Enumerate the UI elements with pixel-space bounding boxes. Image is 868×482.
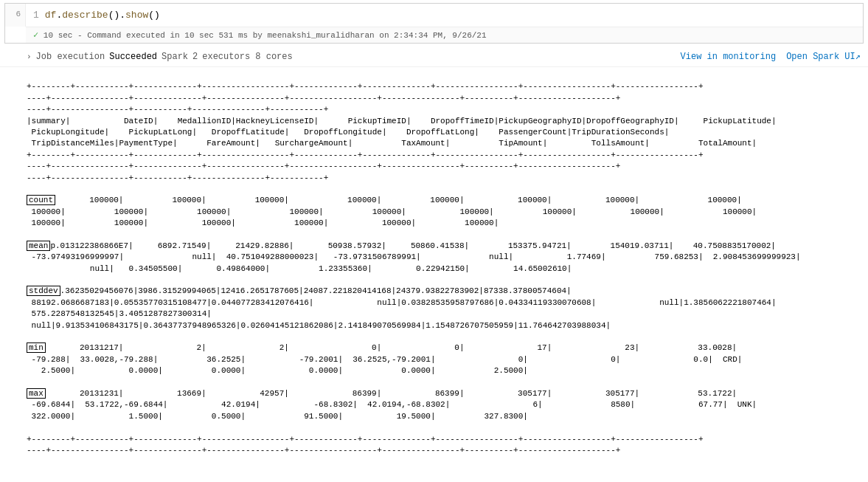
output-area: +--------+-----------+-------------+----… (0, 67, 868, 459)
count-label: count (27, 195, 55, 205)
code-section: 6 1df.describe().show() (5, 4, 863, 27)
spark-label: Spark (162, 52, 188, 62)
max-label: max (27, 388, 46, 399)
spark-executors: 2 (192, 52, 198, 62)
mean-label: mean (27, 241, 50, 251)
code-content: 1df.describe().show() (26, 4, 167, 27)
expand-arrow[interactable]: › (27, 52, 32, 61)
view-monitoring-link[interactable]: View in monitoring (681, 52, 777, 62)
job-bar: › Job execution Succeeded Spark 2 execut… (0, 47, 868, 67)
job-status: Succeeded (109, 52, 157, 62)
cell-number: 6 (5, 4, 26, 27)
stddev-label: stddev (27, 286, 60, 296)
notebook-cell: 6 1df.describe().show() ✓ 10 sec - Comma… (4, 3, 864, 44)
execution-message: 10 sec - Command executed in 10 sec 531 … (44, 31, 487, 40)
spark-cores: executors 8 cores (202, 52, 292, 62)
min-label: min (27, 342, 46, 353)
job-label: Job execution (36, 52, 105, 62)
execution-info: ✓ 10 sec - Command executed in 10 sec 53… (26, 27, 863, 43)
open-spark-link[interactable]: Open Spark UI↗ (786, 51, 861, 62)
code-text: df.describe().show() (45, 10, 160, 21)
line-number-inline: 1 (33, 10, 39, 21)
check-icon: ✓ (33, 30, 38, 41)
